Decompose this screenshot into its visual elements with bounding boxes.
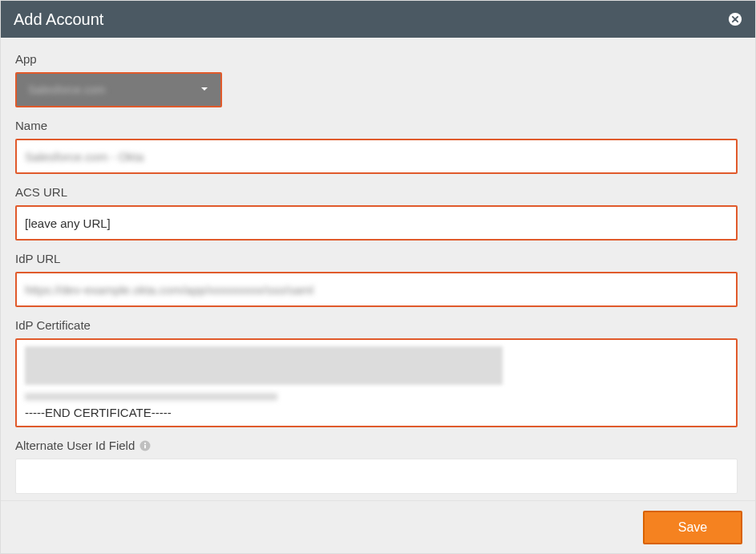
modal-body[interactable]: App Salesforce.com Name Salesforce.com -… <box>1 38 755 500</box>
idp-url-value: https://dev-example.okta.com/app/xxxxxxx… <box>25 283 313 297</box>
chevron-down-icon <box>200 83 209 97</box>
idp-url-label: IdP URL <box>15 252 738 265</box>
modal-header: Add Account <box>1 1 755 38</box>
acs-url-label: ACS URL <box>15 185 738 199</box>
save-button[interactable]: Save <box>643 511 742 544</box>
name-value: Salesforce.com - Okta <box>25 150 144 164</box>
svg-rect-3 <box>144 444 146 448</box>
alt-user-id-label-text: Alternate User Id Field <box>15 439 135 452</box>
alt-user-id-group: Alternate User Id Field <box>15 439 738 494</box>
idp-url-group: IdP URL https://dev-example.okta.com/app… <box>15 252 738 307</box>
acs-url-group: ACS URL <box>15 185 738 241</box>
alt-user-id-label: Alternate User Id Field <box>15 439 738 452</box>
svg-point-2 <box>144 442 146 443</box>
idp-cert-textarea[interactable]: xxxxxxxxxxxxxxxxxxxxxxxxxxxxxxxxxxxxxxxx… <box>15 338 738 427</box>
cert-redacted-block <box>25 346 503 385</box>
acs-url-input[interactable] <box>15 205 738 241</box>
alt-user-id-input[interactable] <box>15 459 738 494</box>
app-select[interactable]: Salesforce.com <box>15 72 222 107</box>
add-account-modal: Add Account App Salesforce.com Name <box>0 0 756 554</box>
app-select-value: Salesforce.com <box>28 83 105 96</box>
name-input[interactable]: Salesforce.com - Okta <box>15 139 738 174</box>
cert-redacted-line: xxxxxxxxxxxxxxxxxxxxxxxxxxxxxxxxxxxxxxxx… <box>25 390 728 402</box>
modal-footer: Save <box>1 500 755 553</box>
app-group: App Salesforce.com <box>15 52 738 107</box>
idp-cert-label: IdP Certificate <box>15 318 738 332</box>
idp-cert-group: IdP Certificate xxxxxxxxxxxxxxxxxxxxxxxx… <box>15 318 738 427</box>
modal-title: Add Account <box>14 10 103 29</box>
close-icon <box>728 12 742 26</box>
info-icon[interactable] <box>139 440 151 451</box>
close-button[interactable] <box>728 12 742 26</box>
cert-end-line: -----END CERTIFICATE----- <box>25 406 728 419</box>
app-label: App <box>15 52 738 66</box>
idp-url-input[interactable]: https://dev-example.okta.com/app/xxxxxxx… <box>15 272 738 307</box>
name-label: Name <box>15 119 738 132</box>
name-group: Name Salesforce.com - Okta <box>15 119 738 174</box>
